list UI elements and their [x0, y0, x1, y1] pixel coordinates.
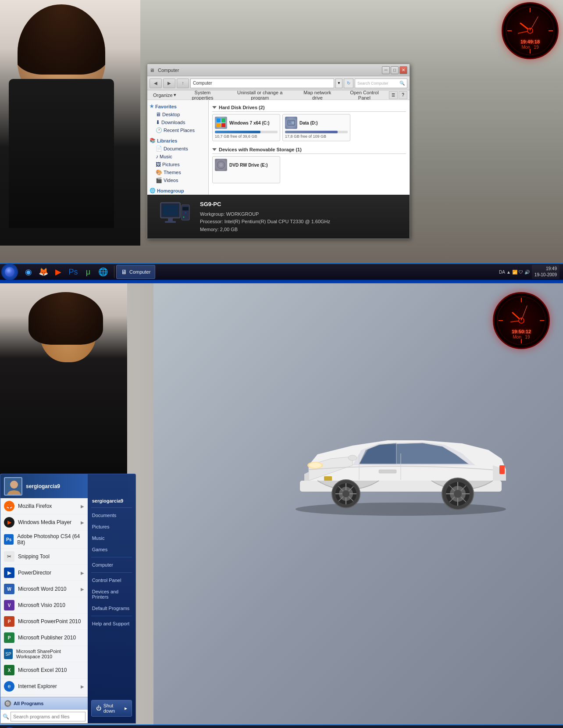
- start-item-powerdirector[interactable]: ▶ PowerDirector ▶: [0, 565, 88, 581]
- drive-c[interactable]: Windows 7 x64 (C:) 10,7 GB free of 39,6 …: [212, 114, 280, 141]
- system-properties-menu[interactable]: System properties: [181, 91, 225, 100]
- powerdirector-app-icon: ▶: [4, 567, 14, 578]
- svg-rect-26: [165, 221, 176, 223]
- sidebar-item-downloads[interactable]: ⬇ Downloads: [150, 118, 206, 126]
- powerdirector-arrow: ▶: [81, 571, 84, 575]
- start-item-word[interactable]: W Microsoft Word 2010 ▶: [0, 581, 88, 597]
- mediaplayer-app-icon: ▶: [4, 517, 14, 528]
- taskbar-icon-winamp[interactable]: ◉: [21, 265, 36, 279]
- systray-network-icon-top[interactable]: 📶: [512, 270, 517, 275]
- snipping-app-icon: ✂: [4, 551, 14, 562]
- start-item-ie[interactable]: e Internet Explorer ▶: [0, 678, 88, 695]
- sidebar-item-desktop[interactable]: 🖥 Desktop: [150, 111, 206, 118]
- taskbar-right-top: DA ▲ 📶 🛡 🔊 19:49 19-10-2009: [499, 265, 563, 279]
- uninstall-menu[interactable]: Uninstall or change a program: [225, 91, 294, 100]
- taskbar-clock-top[interactable]: 19:49 19-10-2009: [532, 265, 559, 279]
- start-right-default-programs[interactable]: Default Programs: [88, 603, 135, 614]
- start-item-excel[interactable]: X Microsoft Excel 2010: [0, 662, 88, 678]
- start-item-publisher[interactable]: P Microsoft Publisher 2010: [0, 630, 88, 646]
- address-bar[interactable]: Computer: [190, 79, 334, 88]
- start-right-username[interactable]: sergiogarcia9: [88, 496, 135, 506]
- taskbar-icon-utorrent[interactable]: μ: [81, 265, 95, 279]
- homegroup-section: 🌐 Homegroup: [150, 186, 206, 195]
- start-right-documents[interactable]: Documents: [88, 510, 135, 521]
- taskbar-icon-network[interactable]: 🌐: [96, 265, 110, 279]
- start-right-music[interactable]: Music: [88, 532, 135, 544]
- explorer-window: 🖥 Computer ─ □ ✕ ◀ ▶ ↑ Computer ▼ ↻ Sear…: [147, 64, 410, 239]
- sidebar-item-music[interactable]: ♪ Music: [150, 153, 206, 161]
- start-menu-right: sergiogarcia9 Documents Pictures Music G…: [88, 474, 135, 723]
- svg-rect-13: [221, 123, 225, 127]
- start-item-photoshop[interactable]: Ps Adobe Photoshop CS4 (64 Bit): [0, 531, 88, 549]
- drives-grid: Windows 7 x64 (C:) 10,7 GB free of 39,6 …: [212, 114, 406, 141]
- shutdown-button[interactable]: ⏻ Shut down ▶: [91, 700, 132, 717]
- drive-d-free: 17,8 GB free of 109 GB: [285, 134, 348, 139]
- refresh-button[interactable]: ↻: [344, 79, 353, 88]
- start-right-devices[interactable]: Devices and Printers: [88, 586, 135, 603]
- svg-rect-24: [163, 205, 178, 216]
- taskbar-open-computer-top[interactable]: 🖥 Computer: [116, 265, 155, 279]
- start-item-visio[interactable]: V Microsoft Visio 2010: [0, 597, 88, 614]
- systray-arrow-top[interactable]: ▲: [506, 270, 511, 275]
- sidebar-item-videos[interactable]: 🎬 Videos: [150, 176, 206, 184]
- start-search-input[interactable]: [11, 712, 86, 721]
- systray-volume-icon-top[interactable]: 🔊: [524, 270, 530, 275]
- search-box[interactable]: Search Computer 🔍: [355, 79, 407, 88]
- sidebar-item-documents[interactable]: 📄 Documents: [150, 145, 206, 153]
- taskbar-icon-firefox[interactable]: 🦊: [36, 265, 50, 279]
- dropdown-button[interactable]: ▼: [335, 79, 342, 88]
- memory-info: Memory: 2,00 GB: [200, 226, 330, 234]
- woman-hair-bottom: [29, 292, 103, 345]
- start-item-sharepoint[interactable]: SP Microsoft SharePoint Workspace 2010: [0, 646, 88, 662]
- dvd-drive[interactable]: DVD RW Drive (E:): [212, 156, 280, 183]
- map-network-menu[interactable]: Map network drive: [295, 91, 340, 100]
- start-item-powerpoint[interactable]: P Microsoft PowerPoint 2010: [0, 614, 88, 630]
- back-button[interactable]: ◀: [150, 79, 162, 88]
- start-right-pictures[interactable]: Pictures: [88, 521, 135, 532]
- organize-menu[interactable]: Organize ▾: [150, 91, 180, 100]
- photoshop-app-icon: Ps: [4, 534, 14, 545]
- start-right-help[interactable]: Help and Support: [88, 618, 135, 629]
- up-button[interactable]: ↑: [177, 79, 189, 88]
- start-right-games[interactable]: Games: [88, 544, 135, 555]
- minimize-button[interactable]: ─: [382, 66, 390, 74]
- taskbar-separator-top: [114, 266, 114, 278]
- clock-face-bottom: 19:50:12 Mon 19: [494, 293, 549, 348]
- drive-d[interactable]: Data (D:) 17,8 GB free of 109 GB: [282, 114, 350, 141]
- top-screen: 19:49:18 Mon 19 🖥 Computer ─ □ ✕ ◀ ▶: [0, 0, 563, 263]
- taskbar-icon-mediaplayer[interactable]: ▶: [51, 265, 65, 279]
- all-programs-button[interactable]: 🔘 All Programs: [0, 697, 88, 709]
- view-toggle[interactable]: ☰: [389, 91, 398, 99]
- start-orb-top[interactable]: [1, 264, 18, 280]
- forward-button[interactable]: ▶: [163, 79, 175, 88]
- start-item-firefox[interactable]: 🦊 Mozilla Firefox ▶: [0, 498, 88, 514]
- svg-point-44: [309, 463, 321, 468]
- clock-day-bottom: Mon 19: [494, 335, 549, 340]
- start-user-banner: sergiogarcia9: [0, 474, 88, 498]
- processor-info: Processor: Intel(R) Pentium(R) Dual CPU …: [200, 218, 330, 226]
- control-panel-menu[interactable]: Open Control Panel: [341, 91, 388, 100]
- svg-rect-45: [499, 465, 505, 474]
- titlebar-controls: 🖥 Computer: [150, 68, 179, 73]
- help-button[interactable]: ?: [399, 91, 407, 99]
- start-item-snipping[interactable]: ✂ Snipping Tool: [0, 549, 88, 565]
- close-button[interactable]: ✕: [399, 66, 407, 74]
- workgroup-info: Workgroup: WORKGROUP: [200, 211, 330, 218]
- sidebar-item-recent[interactable]: 🕐 Recent Places: [150, 126, 206, 134]
- windows-logo-icon: [216, 118, 226, 128]
- start-item-mediaplayer[interactable]: ▶ Windows Media Player ▶: [0, 514, 88, 531]
- start-right-control-panel[interactable]: Control Panel: [88, 575, 135, 586]
- maximize-button[interactable]: □: [391, 66, 399, 74]
- taskbar-icon-photoshop[interactable]: Ps: [66, 265, 80, 279]
- sidebar-item-pictures[interactable]: 🖼 Pictures: [150, 161, 206, 168]
- drive-d-icon: [285, 117, 297, 129]
- systray-shield-icon-top[interactable]: 🛡: [519, 270, 523, 275]
- dvd-info: DVD RW Drive (E:): [229, 163, 278, 168]
- word-arrow: ▶: [81, 587, 84, 592]
- start-right-computer[interactable]: Computer: [88, 559, 135, 571]
- woman-figure-top: [0, 0, 140, 246]
- svg-point-29: [185, 212, 186, 214]
- user-name-label: sergiogarcia9: [26, 483, 60, 489]
- drive-c-bar-fill: [215, 131, 260, 133]
- sidebar-item-themes[interactable]: 🎨 Themes: [150, 168, 206, 176]
